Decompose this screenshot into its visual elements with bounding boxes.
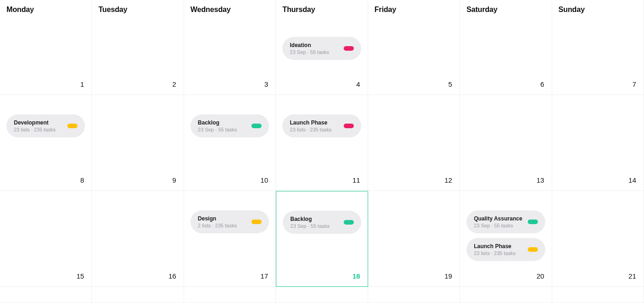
day-header: Friday [375,6,453,14]
status-pill-icon [528,247,538,252]
event-title: Development [14,119,63,126]
day-cell[interactable]: Saturday6 [460,0,552,95]
event-card[interactable]: Quality Assurance23 Sep · 55 tasks [466,210,545,233]
day-number: 12 [444,176,452,184]
event-meta: 23 Sep · 55 tasks [198,127,247,132]
events-container: Design2 lists · 235 tasks [191,210,269,233]
day-header: Tuesday [98,6,177,14]
event-text: Backlog23 Sep · 55 tasks [198,119,247,132]
day-cell[interactable]: Tuesday2 [92,0,184,95]
status-pill-icon [344,124,354,128]
day-cell[interactable]: Friday5 [368,0,460,95]
event-text: Ideation23 Sep · 55 tasks [290,42,339,55]
day-number: 7 [632,80,636,88]
event-card[interactable]: Launch Phase23 lists · 235 tasks [466,238,545,261]
day-cell[interactable]: 12 [368,95,460,191]
day-number: 4 [356,80,360,88]
event-card[interactable]: Backlog23 Sep · 55 tasks [283,211,361,234]
day-number: 18 [352,272,360,280]
day-cell[interactable] [92,287,184,303]
events-container: Launch Phase23 lists · 235 tasks [282,114,361,137]
day-cell[interactable] [0,287,92,303]
day-header: Saturday [466,6,545,14]
day-cell[interactable]: 14 [552,95,644,191]
day-cell[interactable]: 16 [92,191,184,287]
day-number: 14 [628,176,636,184]
event-text: Development23 lists · 235 tasks [14,119,63,132]
event-title: Backlog [290,216,339,222]
status-pill-icon [251,124,262,128]
event-text: Launch Phase23 lists · 235 tasks [474,243,523,256]
event-title: Quality Assurance [474,215,523,222]
day-cell[interactable]: 18Backlog23 Sep · 55 tasks [276,191,368,287]
status-pill-icon [528,220,538,224]
day-header: Sunday [559,6,637,14]
event-meta: 23 Sep · 55 tasks [290,223,339,229]
day-cell[interactable]: 11Launch Phase23 lists · 235 tasks [276,95,368,191]
event-card[interactable]: Development23 lists · 235 tasks [6,114,85,137]
day-number: 3 [264,80,268,88]
day-cell[interactable]: 20Quality Assurance23 Sep · 55 tasksLaun… [460,191,552,287]
events-container: Backlog23 Sep · 55 tasks [283,211,361,234]
event-title: Ideation [290,42,339,48]
day-number: 5 [448,80,452,88]
day-cell[interactable] [368,287,460,303]
event-card[interactable]: Launch Phase23 lists · 235 tasks [282,114,361,137]
day-cell[interactable]: 10Backlog23 Sep · 55 tasks [184,95,276,191]
event-meta: 23 Sep · 55 tasks [474,223,523,228]
event-meta: 23 Sep · 55 tasks [290,49,339,55]
day-cell[interactable]: 19 [368,191,460,287]
day-number: 17 [261,272,268,280]
day-cell[interactable]: 17Design2 lists · 235 tasks [184,191,276,287]
day-header: Wednesday [191,6,269,14]
event-title: Launch Phase [474,243,523,250]
event-text: Quality Assurance23 Sep · 55 tasks [474,215,523,228]
day-cell[interactable] [552,287,644,303]
day-cell[interactable]: Sunday7 [552,0,644,95]
event-card[interactable]: Backlog23 Sep · 55 tasks [191,114,269,137]
day-number: 21 [628,272,636,280]
events-container: Development23 lists · 235 tasks [6,114,85,137]
event-text: Backlog23 Sep · 55 tasks [290,216,339,229]
day-number: 20 [537,272,544,280]
event-meta: 23 lists · 235 tasks [290,127,339,132]
event-meta: 23 lists · 235 tasks [14,127,63,132]
day-number: 15 [77,272,84,280]
status-pill-icon [251,220,262,224]
event-title: Design [198,215,247,222]
day-cell[interactable]: 9 [92,95,184,191]
day-cell[interactable] [184,287,276,303]
day-cell[interactable]: Wednesday3 [184,0,276,95]
day-cell[interactable] [276,287,368,303]
event-card[interactable]: Ideation23 Sep · 55 tasks [282,37,361,60]
day-number: 10 [261,176,268,184]
day-number: 9 [173,176,176,184]
day-number: 13 [537,176,544,184]
day-cell[interactable] [460,287,552,303]
event-meta: 23 lists · 235 tasks [474,250,523,256]
day-number: 2 [173,80,176,88]
status-pill-icon [67,124,78,128]
event-title: Backlog [198,119,247,126]
events-container: Backlog23 Sep · 55 tasks [191,114,269,137]
day-cell[interactable]: 13 [460,95,552,191]
day-number: 1 [80,80,84,88]
day-number: 6 [540,80,544,88]
day-number: 11 [352,176,360,184]
events-container: Quality Assurance23 Sep · 55 tasksLaunch… [466,210,545,261]
status-pill-icon [344,46,354,51]
day-cell[interactable]: Thursday4Ideation23 Sep · 55 tasks [276,0,368,95]
day-cell[interactable]: Monday1 [0,0,92,95]
event-card[interactable]: Design2 lists · 235 tasks [191,210,269,233]
events-container: Ideation23 Sep · 55 tasks [282,37,361,60]
day-cell[interactable]: 8Development23 lists · 235 tasks [0,95,92,191]
event-text: Design2 lists · 235 tasks [198,215,247,228]
day-cell[interactable]: 15 [0,191,92,287]
day-cell[interactable]: 21 [552,191,644,287]
day-number: 8 [80,176,84,184]
event-meta: 2 lists · 235 tasks [198,223,247,228]
day-header: Monday [6,6,85,14]
status-pill-icon [344,220,354,225]
event-text: Launch Phase23 lists · 235 tasks [290,119,339,132]
event-title: Launch Phase [290,119,339,126]
